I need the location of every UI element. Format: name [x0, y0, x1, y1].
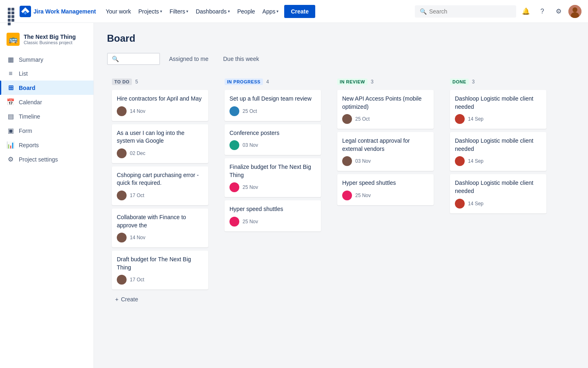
card-meta: 17 Oct — [117, 275, 203, 285]
card-todo-2[interactable]: Cshoping cart purchasing error - quick f… — [112, 166, 208, 205]
card-todo-3[interactable]: Collaborate with Finance to approve the … — [112, 209, 208, 247]
column-done-header: DONE 3 — [450, 79, 546, 85]
card-date: 14 Nov — [130, 235, 145, 240]
sidebar-item-calendar[interactable]: 📅 Calendar — [0, 95, 94, 109]
card-date: 25 Oct — [243, 108, 257, 114]
column-todo-label: TO DO — [112, 79, 132, 85]
app-grid-button[interactable] — [7, 7, 16, 16]
sidebar-item-summary[interactable]: ▦ Summary — [0, 52, 94, 67]
sidebar-item-timeline[interactable]: ▤ Timeline — [0, 109, 94, 123]
card-inreview-1[interactable]: Legal contract approval for external ven… — [337, 132, 434, 171]
card-todo-0[interactable]: Hire contractors for April and May 14 No… — [112, 90, 208, 121]
card-inprogress-0[interactable]: Set up a full Design team review 25 Oct — [225, 90, 321, 121]
help-button[interactable]: ? — [536, 5, 549, 18]
card-meta: 03 Nov — [229, 140, 316, 150]
user-avatar[interactable] — [568, 5, 581, 18]
card-todo-4[interactable]: Draft budget for The Next Big Thing 17 O… — [112, 251, 208, 289]
column-inprogress-label: IN PROGRESS — [225, 79, 263, 85]
column-inprogress: IN PROGRESS 4 Set up a full Design team … — [220, 74, 326, 240]
card-done-1[interactable]: Dashloop Logistic mobile client needed 1… — [450, 132, 546, 171]
card-avatar — [229, 106, 239, 116]
search-input[interactable] — [429, 8, 511, 15]
logo-text: Jira Work Management — [33, 8, 96, 15]
sidebar-item-project-settings[interactable]: ⚙ Project settings — [0, 152, 94, 166]
board-search[interactable]: 🔍 — [107, 53, 160, 65]
create-card-button[interactable]: + Create — [112, 293, 208, 306]
card-date: 14 Nov — [130, 108, 145, 114]
card-avatar — [229, 217, 239, 227]
create-button[interactable]: Create — [284, 5, 315, 18]
sidebar-item-reports[interactable]: 📊 Reports — [0, 138, 94, 152]
card-inprogress-3[interactable]: Hyper speed shuttles 25 Nov — [225, 200, 321, 231]
filters-nav[interactable]: Filters ▾ — [166, 6, 192, 17]
top-navigation: Jira Work Management Your work Projects … — [0, 0, 588, 23]
main-content: Board 🔍 Assigned to me Due this week TO … — [94, 23, 588, 368]
due-this-week-filter[interactable]: Due this week — [218, 52, 265, 65]
search-box[interactable]: 🔍 — [415, 5, 516, 18]
column-inreview: IN REVIEW 3 New API Access Points (mobil… — [332, 74, 439, 213]
project-name: The Next Big Thing — [24, 34, 87, 40]
people-nav[interactable]: People — [234, 6, 258, 17]
project-icon: 🚌 — [7, 33, 20, 46]
card-title: Hire contractors for April and May — [117, 95, 203, 103]
filters-chevron: ▾ — [186, 9, 188, 13]
card-avatar — [342, 156, 352, 166]
column-todo-count: 5 — [135, 79, 138, 85]
card-meta: 14 Nov — [117, 233, 203, 242]
apps-chevron: ▾ — [276, 9, 278, 13]
card-todo-1[interactable]: As a user I can log into the system via … — [112, 124, 208, 163]
card-meta: 02 Dec — [117, 148, 203, 158]
card-date: 25 Nov — [243, 219, 258, 224]
card-avatar — [455, 114, 465, 124]
svg-point-2 — [572, 7, 577, 12]
dashboards-chevron: ▾ — [228, 9, 230, 13]
card-meta: 25 Oct — [229, 106, 316, 116]
primary-nav: Your work Projects ▾ Filters ▾ Dashboard… — [102, 5, 315, 18]
projects-chevron: ▾ — [160, 9, 162, 13]
card-date: 17 Oct — [130, 277, 144, 283]
notifications-button[interactable]: 🔔 — [519, 5, 532, 18]
card-title: Cshoping cart purchasing error - quick f… — [117, 171, 203, 187]
card-done-2[interactable]: Dashloop Logistic mobile client needed 1… — [450, 174, 546, 213]
column-inreview-header: IN REVIEW 3 — [337, 79, 434, 85]
card-meta: 03 Nov — [342, 156, 429, 166]
card-inprogress-2[interactable]: Finalize budget for The Next Big Thing 2… — [225, 158, 321, 197]
card-meta: 14 Sep — [455, 114, 541, 124]
card-title: Finalize budget for The Next Big Thing — [229, 163, 316, 179]
card-date: 14 Sep — [468, 158, 483, 164]
assigned-to-me-filter[interactable]: Assigned to me — [163, 52, 214, 65]
logo-area[interactable]: Jira Work Management — [20, 6, 96, 17]
board-search-input[interactable] — [121, 56, 154, 62]
card-inprogress-1[interactable]: Conference posters 03 Nov — [225, 124, 321, 155]
reports-icon: 📊 — [7, 141, 15, 149]
card-avatar — [342, 191, 352, 200]
project-type: Classic Business project — [24, 40, 87, 45]
sidebar-item-list[interactable]: ≡ List — [0, 67, 94, 81]
card-title: Set up a full Design team review — [229, 95, 316, 103]
dashboards-nav[interactable]: Dashboards ▾ — [192, 6, 233, 17]
card-inreview-0[interactable]: New API Access Points (mobile optimized)… — [337, 90, 434, 129]
card-avatar — [455, 156, 465, 166]
card-date: 25 Oct — [355, 116, 370, 122]
your-work-nav[interactable]: Your work — [102, 6, 134, 17]
card-date: 25 Nov — [355, 193, 371, 198]
sidebar-item-board[interactable]: ⊞ Board — [0, 81, 94, 95]
calendar-icon: 📅 — [7, 98, 15, 106]
sidebar-item-form[interactable]: ▣ Form — [0, 123, 94, 138]
board-icon: ⊞ — [7, 84, 15, 92]
card-inreview-2[interactable]: Hyper speed shuttles 25 Nov — [337, 174, 434, 205]
card-title: Dashloop Logistic mobile client needed — [455, 95, 541, 111]
card-avatar — [455, 199, 465, 209]
card-avatar — [117, 191, 127, 200]
card-done-0[interactable]: Dashloop Logistic mobile client needed 1… — [450, 90, 546, 129]
settings-button[interactable]: ⚙ — [552, 5, 565, 18]
card-title: Collaborate with Finance to approve the — [117, 213, 203, 229]
card-avatar — [117, 233, 127, 242]
projects-nav[interactable]: Projects ▾ — [135, 6, 166, 17]
card-date: 03 Nov — [355, 158, 371, 164]
apps-nav[interactable]: Apps ▾ — [259, 6, 282, 17]
search-icon: 🔍 — [420, 8, 427, 15]
card-date: 25 Nov — [243, 184, 258, 190]
project-info: The Next Big Thing Classic Business proj… — [24, 34, 87, 45]
column-todo: TO DO 5 Hire contractors for April and M… — [107, 74, 213, 311]
